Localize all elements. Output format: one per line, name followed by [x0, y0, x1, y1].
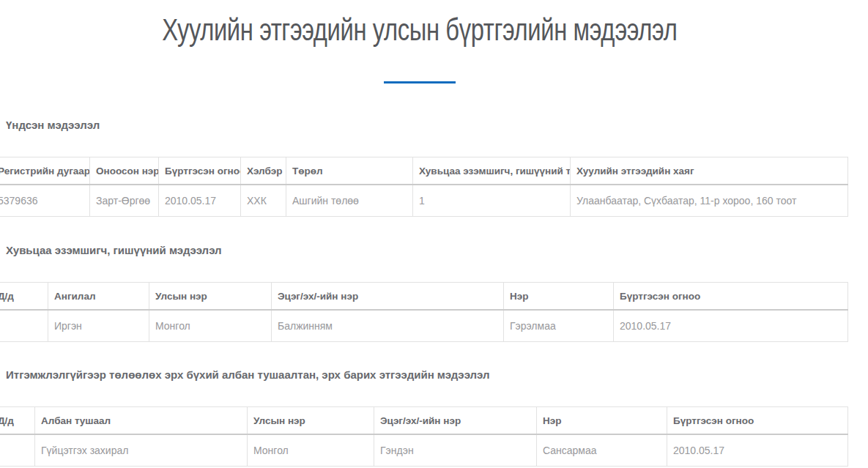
cell-country: Монгол	[248, 434, 374, 467]
cell-registered-date: 2010.05.17	[614, 310, 848, 342]
column-header-form: Хэлбэр	[241, 157, 286, 185]
cell-name: Сансармаа	[537, 434, 667, 467]
section-title-basic-info: Үндсэн мэдээлэл	[0, 119, 847, 131]
cell-row-number	[0, 434, 35, 467]
column-header-name: Нэр	[537, 407, 667, 435]
officials-row: Гүйцэтгэх захирал Монгол Гэндэн Сансарма…	[0, 434, 848, 467]
registration-info-page: Хуулийн этгээдийн улсын бүртгэлийн мэдээ…	[0, 0, 868, 468]
shareholder-table: Д/д Ангилал Улсын нэр Эцэг/эх/-ийн нэр Н…	[0, 282, 848, 342]
cell-patronymic: Балжинням	[272, 310, 504, 342]
page-title: Хуулийн этгээдийн улсын бүртгэлийн мэдээ…	[0, 0, 847, 47]
cell-assigned-name: Зарт-Өргөө	[90, 185, 159, 217]
cell-category: Иргэн	[48, 310, 149, 342]
cell-legal-address: Улаанбаатар, Сүхбаатар, 11-р хороо, 160 …	[571, 185, 848, 217]
cell-patronymic: Гэндэн	[374, 434, 537, 467]
column-header-country: Улсын нэр	[248, 407, 374, 435]
column-header-register-number: Регистрийн дугаар	[0, 157, 90, 185]
column-header-shareholder-count: Хувьцаа эзэмшигч, гишүүний тоо	[413, 157, 571, 185]
column-header-registered-date: Бүртгэсэн огноо	[667, 407, 848, 435]
section-title-shareholder-info: Хувьцаа эзэмшигч, гишүүний мэдээлэл	[0, 244, 847, 256]
column-header-registered-date: Бүртгэсэн огноо	[159, 157, 241, 185]
column-header-name: Нэр	[504, 283, 614, 311]
column-header-position: Албан тушаал	[35, 407, 248, 435]
cell-register-number: 5379636	[0, 185, 90, 217]
cell-registered-date: 2010.05.17	[159, 185, 241, 217]
cell-form: ХХК	[241, 185, 286, 217]
column-header-assigned-name: Оноосон нэр	[90, 157, 159, 185]
title-divider	[384, 81, 456, 83]
shareholder-header-row: Д/д Ангилал Улсын нэр Эцэг/эх/-ийн нэр Н…	[0, 283, 848, 311]
officials-table: Д/д Албан тушаал Улсын нэр Эцэг/эх/-ийн …	[0, 406, 848, 467]
basic-info-table: Регистрийн дугаар Оноосон нэр Бүртгэсэн …	[0, 157, 848, 217]
cell-row-number	[0, 310, 48, 342]
page-title-text: Хуулийн этгээдийн улсын бүртгэлийн мэдээ…	[162, 13, 677, 47]
cell-country: Монгол	[149, 310, 272, 342]
shareholder-row: Иргэн Монгол Балжинням Гэрэлмаа 2010.05.…	[0, 310, 848, 342]
column-header-row-number: Д/д	[0, 407, 35, 435]
column-header-type: Төрөл	[286, 157, 413, 185]
cell-type: Ашгийн төлөө	[286, 185, 413, 217]
column-header-legal-address: Хуулийн этгээдийн хаяг	[571, 157, 848, 185]
cell-registered-date: 2010.05.17	[667, 434, 848, 467]
column-header-row-number: Д/д	[0, 283, 48, 311]
basic-info-row: 5379636 Зарт-Өргөө 2010.05.17 ХХК Ашгийн…	[0, 185, 848, 217]
cell-name: Гэрэлмаа	[504, 310, 614, 342]
basic-info-header-row: Регистрийн дугаар Оноосон нэр Бүртгэсэн …	[0, 157, 848, 185]
column-header-patronymic: Эцэг/эх/-ийн нэр	[272, 283, 504, 311]
officials-header-row: Д/д Албан тушаал Улсын нэр Эцэг/эх/-ийн …	[0, 407, 848, 435]
column-header-category: Ангилал	[48, 283, 149, 311]
column-header-patronymic: Эцэг/эх/-ийн нэр	[374, 407, 537, 435]
section-title-officials-info: Итгэмжлэлгүйгээр төлөөлөх эрх бүхий алба…	[0, 368, 847, 381]
cell-position: Гүйцэтгэх захирал	[35, 434, 248, 467]
cell-shareholder-count: 1	[413, 185, 571, 217]
page-content: Хуулийн этгээдийн улсын бүртгэлийн мэдээ…	[0, 0, 847, 467]
column-header-registered-date: Бүртгэсэн огноо	[614, 283, 848, 311]
column-header-country: Улсын нэр	[149, 283, 272, 311]
